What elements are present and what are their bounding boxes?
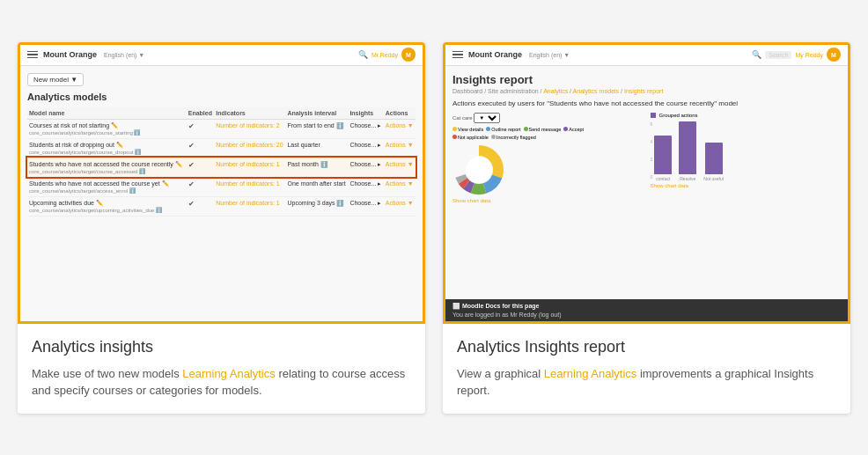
mock-search-area-right: 🔍 Search My Reddy M [752, 48, 841, 62]
bar-label-contact: contact [656, 176, 670, 181]
mock-header-right: Mount Orange English (en) ▼ 🔍 Search My … [445, 45, 848, 66]
indicators-cell: Number of indicators: 1 [214, 196, 285, 216]
legend-item-incorrectly: Incorrectly flagged [491, 135, 536, 140]
model-name-cell: Students at risk of dropping out ✏️ core… [27, 138, 187, 158]
mock-header-left: Mount Orange English (en) ▼ 🔍 Mr.Reddy M [20, 45, 423, 66]
insights-cell: Choose... ▸ [348, 158, 383, 177]
legend-dot-incorrectly [491, 135, 496, 139]
breadcrumb: Dashboard / Site administration / Analyt… [452, 88, 841, 94]
report-title: Insights report [452, 73, 841, 86]
mock-lang-left[interactable]: English (en) ▼ [104, 52, 144, 58]
legend-item-accept: Accept [563, 127, 584, 132]
donut-label: Cat care ▼ [452, 113, 500, 123]
analytics-insights-report-card: Mount Orange English (en) ▼ 🔍 Search My … [443, 42, 850, 414]
mock-footer: ⬜ Moodle Docs for this page You are logg… [445, 299, 848, 321]
actions-cell[interactable]: Actions ▼ [384, 196, 416, 216]
bar-chart-legend: Grouped actions [651, 113, 842, 118]
bar-legend-label: Grouped actions [659, 113, 698, 118]
legend-item-send: Send message [524, 127, 562, 132]
indicators-cell: Number of indicators: 1 [214, 158, 285, 177]
desc-text-1: Make use of two new models [32, 367, 182, 380]
bar-legend-dot [651, 113, 656, 118]
footer-title: ⬜ Moodle Docs for this page [452, 303, 841, 310]
hamburger-icon[interactable] [27, 51, 38, 59]
col-interval: Analysis interval [285, 107, 348, 120]
enabled-cell: ✔ [187, 177, 215, 196]
bars-wrap: contact Resolve Not useful [654, 120, 724, 181]
indicators-cell: Number of indicators: 1 [214, 177, 285, 196]
mock-username-left[interactable]: Mr.Reddy [371, 52, 398, 58]
new-model-button[interactable]: New model ▼ [27, 73, 84, 86]
section-title: Actions executed by users for "Students … [452, 99, 841, 107]
col-insights: Insights [348, 107, 383, 120]
card-description-right: View a graphical Learning Analytics impr… [457, 365, 836, 400]
model-name-cell: Upcoming activities due ✏️ core_course/a… [27, 196, 187, 216]
card-text-right: Analytics Insights report View a graphic… [443, 324, 850, 414]
mock-ui-right: Mount Orange English (en) ▼ 🔍 Search My … [445, 45, 848, 321]
desc-text-3: View a graphical [457, 367, 544, 380]
footer-text: You are logged in as Mr Reddy (log out) [452, 312, 841, 318]
actions-cell[interactable]: Actions ▼ [384, 119, 416, 138]
mock-brand-right: Mount Orange [468, 50, 522, 59]
learning-analytics-link-2[interactable]: Learning Analytics [544, 367, 637, 380]
interval-cell: Last quarter [285, 138, 348, 158]
svg-point-6 [466, 157, 492, 183]
insights-cell: Choose... ▸ [348, 138, 383, 158]
enabled-cell: ✔ [187, 138, 215, 158]
legend-dot-notapplicable [452, 135, 457, 139]
actions-cell[interactable]: Actions ▼ [384, 138, 416, 158]
enabled-cell: ✔ [187, 196, 215, 216]
bar-contact [654, 136, 672, 174]
card-title-right: Analytics Insights report [457, 338, 836, 356]
search-icon-right[interactable]: 🔍 [752, 50, 761, 59]
card-description-left: Make use of two new models Learning Anal… [32, 365, 411, 400]
mock-ui-left: Mount Orange English (en) ▼ 🔍 Mr.Reddy M… [20, 45, 423, 321]
insights-cell: Choose... ▸ [348, 196, 383, 216]
mock-lang-right[interactable]: English (en) ▼ [529, 52, 570, 58]
legend-item-view: View details [452, 127, 483, 132]
bar-group-resolve: Resolve [679, 121, 696, 181]
bar-group-contact: contact [654, 136, 672, 181]
table-row-highlighted: Students who have not accessed the cours… [27, 158, 416, 177]
table-row: Students who have not accessed the cours… [27, 177, 416, 196]
learning-analytics-link-1[interactable]: Learning Analytics [182, 367, 276, 380]
interval-cell: One month after start [285, 177, 348, 196]
indicators-cell: Number of indicators: 2 [214, 119, 285, 138]
card-screenshot-right: Mount Orange English (en) ▼ 🔍 Search My … [443, 42, 850, 324]
donut-chart-container: Cat care ▼ View details [452, 113, 644, 218]
actions-cell[interactable]: Actions ▼ [384, 177, 416, 196]
mock-avatar-left: M [401, 48, 416, 62]
card-screenshot-left: Mount Orange English (en) ▼ 🔍 Mr.Reddy M… [18, 42, 425, 324]
legend-dot-send [524, 127, 528, 131]
donut-wrapper [452, 143, 505, 196]
legend-dot-view [452, 127, 457, 131]
hamburger-icon-right[interactable] [452, 51, 463, 59]
donut-legend-bottom: Not applicable Incorrectly flagged [452, 135, 536, 140]
search-input-right[interactable]: Search [765, 51, 791, 59]
table-row: Students at risk of dropping out ✏️ core… [27, 138, 416, 158]
show-chart-data-link-left[interactable]: Show chart data [452, 198, 490, 203]
analytics-models-table: Model name Enabled Indicators Analysis i… [27, 107, 416, 216]
show-chart-data-link-right[interactable]: Show chart data [651, 183, 842, 188]
analytics-models-title: Analytics models [27, 92, 416, 102]
mock-content-right: Insights report Dashboard / Site adminis… [445, 66, 848, 225]
mock-brand-left: Mount Orange [43, 50, 97, 59]
bar-label-notuseful: Not useful [703, 176, 724, 181]
card-text-left: Analytics insights Make use of two new m… [18, 324, 425, 414]
actions-cell[interactable]: Actions ▼ [384, 158, 416, 177]
legend-item-notapplicable: Not applicable [452, 135, 489, 140]
donut-svg [452, 143, 505, 196]
col-indicators: Indicators [214, 107, 285, 120]
table-row: Upcoming activities due ✏️ core_course/a… [27, 196, 416, 216]
model-name-cell: Students who have not accessed the cours… [27, 177, 187, 196]
insights-cell: Choose... ▸ [348, 177, 383, 196]
bar-label-resolve: Resolve [680, 176, 695, 181]
col-enabled: Enabled [187, 107, 215, 120]
search-icon-left[interactable]: 🔍 [358, 50, 368, 59]
indicators-cell: Number of indicators: 20 [214, 138, 285, 158]
bar-resolve [679, 121, 696, 174]
mock-search-area-left: 🔍 Mr.Reddy M [358, 48, 416, 62]
bar-y-axis: 6 4 2 0 [651, 120, 653, 181]
mock-username-right[interactable]: My Reddy [795, 52, 823, 58]
donut-select[interactable]: ▼ [474, 113, 500, 123]
